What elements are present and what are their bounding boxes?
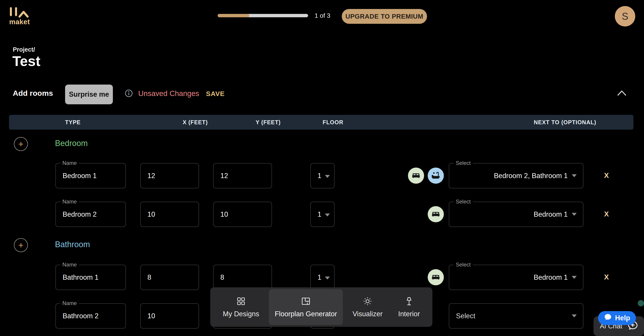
next-to-value: Bedroom 2, Bathroom 1 <box>494 172 568 180</box>
plus-icon: + <box>18 241 23 249</box>
remove-row-button[interactable]: X <box>604 171 609 180</box>
bathtub-icon <box>428 168 444 184</box>
chevron-down-icon <box>325 214 330 216</box>
nav-item-label: Visualizer <box>352 310 382 318</box>
bed-icon <box>428 206 444 222</box>
field-value: Bedroom 2 <box>56 210 97 219</box>
field-value: Bedroom 1 <box>56 172 97 180</box>
room-y-input[interactable]: 10 <box>213 202 272 227</box>
select-label: Select <box>454 262 473 268</box>
field-label: Name <box>60 300 79 306</box>
nav-item-label: Floorplan Generator <box>275 310 337 318</box>
room-name-input[interactable]: NameBathroom 2 <box>56 303 126 329</box>
bottom-nav: My Designs Floorplan Generator Visuali <box>210 287 432 327</box>
rooms-table-body: +BedroomNameBedroom 112121SelectBedroom … <box>0 0 644 336</box>
field-value: 12 <box>141 172 155 180</box>
plus-icon: + <box>18 140 23 148</box>
room-name-input[interactable]: NameBathroom 1 <box>56 265 126 290</box>
select-placeholder: Select <box>449 312 475 320</box>
sun-icon <box>362 296 373 306</box>
floor-select[interactable]: 1 <box>310 202 334 227</box>
next-to-select[interactable]: SelectBedroom 1 <box>449 202 584 227</box>
nav-item-my-designs[interactable]: My Designs <box>217 289 265 325</box>
room-y-input[interactable]: 8 <box>213 265 272 290</box>
lamp-icon <box>404 296 414 306</box>
chevron-down-icon <box>572 276 577 279</box>
floorplan-icon <box>301 296 311 306</box>
room-x-input[interactable]: 12 <box>140 163 199 188</box>
chevron-down-icon <box>572 174 577 177</box>
chevron-down-icon <box>572 315 577 317</box>
bed-icon <box>428 269 444 285</box>
nav-item-interior[interactable]: Interior <box>392 289 426 325</box>
next-to-select[interactable]: Select <box>449 303 584 329</box>
field-value: 10 <box>141 312 155 320</box>
help-label: Help <box>615 314 630 322</box>
room-y-input[interactable]: 12 <box>213 163 272 188</box>
room-name-input[interactable]: NameBedroom 2 <box>56 202 126 227</box>
field-value: 1 <box>311 210 321 219</box>
nav-item-label: My Designs <box>223 310 259 318</box>
field-value: 8 <box>141 273 151 282</box>
remove-row-button[interactable]: X <box>604 273 609 281</box>
select-label: Select <box>454 160 473 166</box>
field-value: 1 <box>311 273 321 282</box>
room-x-input[interactable]: 8 <box>140 265 199 290</box>
section-title-bathroom: Bathroom <box>55 240 90 249</box>
field-value: 12 <box>214 172 228 180</box>
field-value: Bathroom 2 <box>56 312 98 320</box>
field-value: Bathroom 1 <box>56 273 98 282</box>
room-type-chips <box>428 269 444 285</box>
grid-icon <box>236 296 246 306</box>
nav-item-label: Interior <box>398 310 420 318</box>
status-dot <box>638 300 644 306</box>
remove-row-button[interactable]: X <box>604 210 609 218</box>
next-to-select[interactable]: SelectBedroom 1 <box>449 265 584 290</box>
chevron-down-icon <box>325 277 330 280</box>
add-bedroom-row-button[interactable]: + <box>14 137 28 151</box>
nav-item-visualizer[interactable]: Visualizer <box>347 289 388 325</box>
field-value: 10 <box>141 210 155 219</box>
next-to-value: Bedroom 1 <box>534 210 568 219</box>
room-name-input[interactable]: NameBedroom 1 <box>56 163 126 188</box>
field-label: Name <box>60 199 79 205</box>
room-type-chips <box>428 206 444 222</box>
field-value: 8 <box>214 273 224 282</box>
field-value: 1 <box>311 172 321 180</box>
help-button[interactable]: Help <box>598 311 636 325</box>
field-label: Name <box>60 262 79 268</box>
room-x-input[interactable]: 10 <box>140 202 199 227</box>
bed-icon <box>408 168 424 184</box>
chevron-down-icon <box>572 213 577 216</box>
room-x-input[interactable]: 10 <box>140 303 199 329</box>
chat-bubble-icon <box>604 313 612 323</box>
next-to-value: Bedroom 1 <box>534 273 568 282</box>
field-value: 10 <box>214 210 228 219</box>
add-bathroom-row-button[interactable]: + <box>14 238 28 252</box>
section-title-bedroom: Bedroom <box>55 139 88 148</box>
chevron-down-icon <box>325 175 330 178</box>
select-label: Select <box>454 199 473 205</box>
field-label: Name <box>60 160 79 166</box>
floor-select[interactable]: 1 <box>310 163 334 188</box>
nav-item-floorplan-generator[interactable]: Floorplan Generator <box>269 289 343 325</box>
floor-select[interactable]: 1 <box>310 265 334 290</box>
room-type-chips <box>408 168 444 184</box>
app-root: maket 1 of 3 UPGRADE TO PREMIUM S Projec… <box>0 0 644 336</box>
next-to-select[interactable]: SelectBedroom 2, Bathroom 1 <box>449 163 584 188</box>
